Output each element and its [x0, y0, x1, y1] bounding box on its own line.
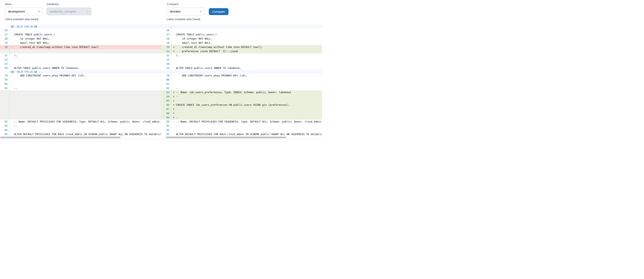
line-number: 34 — [0, 66, 10, 70]
diff-line-row: 29 email text NOT NULL, — [162, 41, 322, 45]
diff-marker — [172, 128, 176, 132]
code-text: email text NOT NULL, — [14, 41, 161, 45]
hunk-header-text: @@ -26,9 +26,10 @@ — [10, 25, 161, 28]
diff-pane-compare: 2627CREATE TABLE public.users (28 id int… — [161, 25, 322, 136]
diff-line-row: 80 — [162, 78, 322, 82]
line-number: 81 — [162, 82, 172, 86]
code-text — [176, 99, 322, 103]
base-select[interactable]: development — [4, 7, 43, 15]
diff-marker — [10, 37, 14, 41]
code-text: CREATE TABLE public.users ( — [176, 32, 322, 37]
code-text — [14, 58, 161, 62]
line-number: 85 — [162, 99, 172, 103]
code-text: ALTER TABLE public.users OWNER TO lakeba… — [176, 66, 322, 70]
line-number: 83 — [0, 124, 10, 128]
diff-line-row: 85ALTER DEFAULT PRIVILEGES FOR ROLE clou… — [0, 132, 161, 136]
diff-marker — [172, 82, 176, 86]
horizontal-scrollbar-thumb-right[interactable] — [166, 137, 286, 138]
line-number: 28 — [162, 37, 172, 41]
diff-marker — [10, 66, 14, 70]
code-text: preferences jsonb DEFAULT '{}'::jsonb — [176, 49, 322, 53]
line-number: 31 — [162, 49, 172, 53]
spacer-row — [0, 115, 161, 120]
spacer-row — [0, 94, 161, 99]
code-text: -- — [176, 86, 322, 90]
diff-marker — [172, 32, 176, 37]
diff-marker — [10, 62, 14, 66]
diff-line-row: 26 — [162, 28, 322, 32]
line-number — [0, 103, 10, 107]
diff-marker — [10, 132, 14, 136]
diff-marker: - — [10, 45, 14, 49]
diff-marker — [172, 86, 176, 90]
horizontal-scrollbar-thumb-left[interactable] — [0, 137, 120, 138]
compare-select[interactable]: dev/alex — [166, 7, 204, 15]
code-text: created_at timestamp without time zone D… — [14, 45, 161, 49]
code-text: created_at timestamp without time zone D… — [176, 45, 322, 49]
diff-line-row: 27CREATE TABLE public.users ( — [162, 32, 322, 37]
hunk-header-row: @@ -78,8 +79,15 @@ — [0, 70, 161, 73]
compare-button[interactable]: Compare — [209, 8, 228, 15]
diff-marker: + — [172, 107, 176, 111]
code-text — [176, 82, 322, 86]
code-text: -- — [14, 124, 161, 128]
toolbar: Base development Database databricks_pos… — [0, 0, 322, 25]
line-number — [0, 90, 10, 94]
line-number: 27 — [0, 32, 10, 37]
database-label: Database — [47, 2, 92, 6]
diff-marker: + — [172, 94, 176, 99]
code-text: -- Name: DEFAULT PRIVILEGES FOR SEQUENCE… — [14, 120, 161, 124]
diff-pane-base: @@ -26,9 +26,10 @@2627CREATE TABLE publi… — [0, 25, 161, 136]
spacer-row — [0, 99, 161, 103]
diff-marker — [172, 132, 176, 136]
code-text: id integer NOT NULL, — [176, 37, 322, 41]
diff-line-row: 81-- — [0, 86, 161, 90]
diff-marker — [172, 120, 176, 124]
diff-marker — [172, 28, 176, 32]
diff-line-row: 27CREATE TABLE public.users ( — [0, 32, 161, 37]
code-text: ADD CONSTRAINT users_pkey PRIMARY KEY (i… — [14, 73, 161, 78]
hunk-header-row: @@ -26,9 +26,10 @@ — [0, 25, 161, 28]
line-number: 31 — [0, 53, 10, 58]
line-number: 92 — [162, 128, 172, 132]
diff-marker — [10, 86, 14, 90]
diff-marker: + — [172, 90, 176, 94]
added-line-row: 88+ — [162, 111, 322, 115]
line-number — [0, 25, 10, 28]
spacer-row — [0, 90, 161, 94]
line-number: 93 — [162, 132, 172, 136]
code-text: ); — [176, 53, 322, 58]
diff-marker — [10, 53, 14, 58]
database-select: databricks_postgres — [46, 7, 92, 15]
database-select-value: databricks_postgres — [50, 10, 76, 13]
code-text: -- — [176, 94, 322, 99]
diff-line-row: 31); — [0, 53, 161, 58]
diff-line-row: 33 — [162, 58, 322, 62]
diff-marker — [172, 66, 176, 70]
spacer-row — [0, 107, 161, 111]
diff-marker — [10, 28, 14, 32]
spacer-row — [0, 49, 161, 53]
line-number — [0, 70, 10, 73]
line-number: 35 — [162, 66, 172, 70]
line-number: 32 — [162, 53, 172, 58]
base-label: Base — [5, 2, 43, 6]
code-text — [14, 62, 161, 66]
diff-marker: + — [172, 45, 176, 49]
diff-line-row: 91-- — [162, 124, 322, 128]
diff-line-row: 93ALTER DEFAULT PRIVILEGES FOR ROLE clou… — [162, 132, 322, 136]
diff-line-row: 28 id integer NOT NULL, — [0, 37, 161, 41]
line-number: 33 — [0, 62, 10, 66]
line-number: 80 — [162, 78, 172, 82]
code-text — [176, 128, 322, 132]
line-number: 30 — [162, 45, 172, 49]
diff-line-row: 78 ADD CONSTRAINT users_pkey PRIMARY KEY… — [0, 73, 161, 78]
diff-line-row: 33 — [0, 62, 161, 66]
code-text: ALTER DEFAULT PRIVILEGES FOR ROLE cloud_… — [14, 132, 161, 136]
code-text — [14, 28, 161, 32]
line-number — [0, 115, 10, 120]
line-number: 27 — [162, 32, 172, 37]
diff-marker — [10, 120, 14, 124]
line-number: 78 — [0, 73, 10, 78]
code-text: ALTER DEFAULT PRIVILEGES FOR ROLE cloud_… — [176, 132, 322, 136]
